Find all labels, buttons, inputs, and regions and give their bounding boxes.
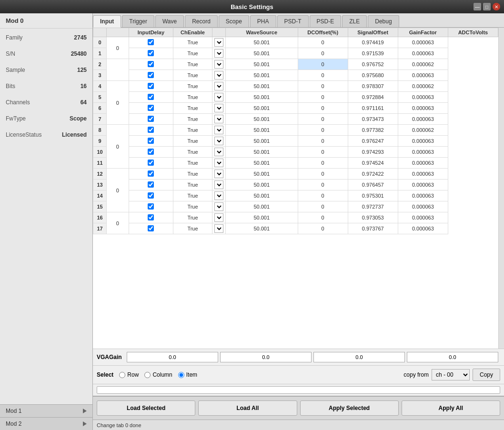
row-number: 12: [93, 169, 107, 180]
chenable-checkbox[interactable]: [148, 181, 154, 188]
chenable-checkbox[interactable]: [148, 72, 154, 78]
chenable-checkbox[interactable]: [148, 160, 154, 166]
adctovolts-cell: 0.000063: [398, 92, 448, 103]
load-all-button[interactable]: Load All: [198, 400, 297, 416]
wavesource-select[interactable]: ADC_DATA: [214, 170, 223, 178]
table-area: InputDelayChEnableWaveSourceDCOffset(%)S…: [93, 28, 504, 396]
chenable-checkbox[interactable]: [148, 192, 154, 199]
tab-record[interactable]: Record: [185, 15, 218, 27]
sidebar-mod1[interactable]: Mod 1: [0, 404, 92, 417]
wavesource-select[interactable]: ADC_DATA: [214, 148, 223, 156]
column-radio-label[interactable]: Column: [152, 371, 172, 378]
vgagain-input-0[interactable]: [127, 352, 218, 362]
chenable-value: True: [173, 37, 212, 48]
mod1-label: Mod 1: [6, 408, 21, 414]
apply-selected-button[interactable]: Apply Selected: [300, 400, 399, 416]
chenable-checkbox[interactable]: [148, 116, 154, 122]
sidebar-mod2[interactable]: Mod 2: [0, 417, 92, 430]
ch-select[interactable]: ch - 00 ch - 01 ch - 02 ch - 03: [432, 369, 470, 380]
wavesource-cell: ADC_DATA: [212, 158, 225, 169]
row-radio-label[interactable]: Row: [127, 371, 139, 378]
dcoffset-cell: 50.001: [225, 70, 298, 81]
tab-psd-e[interactable]: PSD-E: [310, 15, 342, 27]
wavesource-cell: ADC_DATA: [212, 136, 225, 147]
gainfactor-cell: 0.976752: [348, 59, 398, 70]
close-button[interactable]: ✕: [493, 3, 500, 10]
wavesource-select[interactable]: ADC_DATA: [214, 224, 223, 233]
wavesource-cell: ADC_DATA: [212, 59, 225, 70]
chenable-checkbox[interactable]: [148, 94, 154, 100]
chenable-checkbox[interactable]: [148, 127, 154, 133]
wavesource-select[interactable]: ADC_DATA: [214, 126, 223, 134]
copy-from-group: copy from ch - 00 ch - 01 ch - 02 ch - 0…: [403, 369, 500, 381]
chenable-checkbox[interactable]: [148, 61, 154, 67]
item-radio-group: Item: [178, 371, 197, 378]
adctovolts-cell: 0.000063: [398, 158, 448, 169]
tab-psd-t[interactable]: PSD-T: [277, 15, 309, 27]
load-selected-button[interactable]: Load Selected: [97, 400, 195, 416]
chenable-checkbox[interactable]: [148, 170, 154, 177]
table-row: 80TrueADC_DATA50.00100.9773820.000062: [93, 125, 498, 136]
chenable-value: True: [173, 169, 212, 180]
wavesource-select[interactable]: ADC_DATA: [214, 115, 223, 123]
table-row: 40TrueADC_DATA50.00100.9783070.000062: [93, 81, 498, 92]
wavesource-cell: ADC_DATA: [212, 81, 225, 92]
wavesource-select[interactable]: ADC_DATA: [214, 71, 223, 80]
tab-scope[interactable]: Scope: [219, 15, 249, 27]
tab-input[interactable]: Input: [93, 15, 121, 28]
wavesource-select[interactable]: ADC_DATA: [214, 60, 223, 69]
vgagain-input-1[interactable]: [220, 352, 312, 362]
chenable-checkbox[interactable]: [148, 149, 154, 155]
select-row: Select Row Column Item copy from: [93, 365, 504, 384]
chenable-checkbox[interactable]: [148, 50, 154, 56]
chenable-checkbox[interactable]: [148, 138, 154, 144]
wavesource-select[interactable]: ADC_DATA: [214, 213, 223, 222]
chenable-checkbox-cell: [129, 180, 173, 190]
wavesource-cell: ADC_DATA: [212, 180, 225, 190]
wavesource-select[interactable]: ADC_DATA: [214, 49, 223, 58]
wavesource-select[interactable]: ADC_DATA: [214, 137, 223, 145]
chenable-checkbox-cell: [129, 136, 173, 147]
minimize-button[interactable]: —: [474, 3, 481, 10]
wavesource-select[interactable]: ADC_DATA: [214, 180, 223, 189]
chenable-checkbox[interactable]: [148, 214, 154, 220]
tab-wave[interactable]: Wave: [155, 15, 184, 27]
info-value: 25480: [71, 50, 87, 57]
maximize-button[interactable]: □: [483, 3, 491, 10]
tab-trigger[interactable]: Trigger: [122, 15, 154, 27]
status-bar: Change tab 0 done: [93, 420, 504, 430]
apply-all-button[interactable]: Apply All: [402, 400, 500, 416]
vgagain-input-2[interactable]: [313, 352, 405, 362]
chenable-checkbox[interactable]: [148, 105, 154, 111]
adctovolts-cell: 0.000063: [398, 212, 448, 223]
signaloffset-cell: 0: [298, 37, 348, 48]
item-radio-label[interactable]: Item: [186, 371, 197, 378]
chenable-checkbox[interactable]: [148, 39, 154, 45]
input-delay-cell: 0: [107, 37, 129, 59]
progress-bar-row: [93, 384, 504, 396]
vgagain-input-3[interactable]: [407, 352, 498, 362]
chenable-checkbox[interactable]: [148, 225, 154, 231]
adctovolts-cell: 0.000062: [398, 81, 448, 92]
table-scroll[interactable]: InputDelayChEnableWaveSourceDCOffset(%)S…: [93, 28, 498, 349]
tab-pha[interactable]: PHA: [250, 15, 276, 27]
scrollbar[interactable]: [498, 28, 504, 349]
row-radio[interactable]: [119, 372, 125, 378]
signaloffset-cell: 0: [298, 59, 348, 70]
wavesource-select[interactable]: ADC_DATA: [214, 159, 223, 167]
column-radio[interactable]: [144, 372, 151, 378]
tab-debug[interactable]: Debug: [368, 15, 399, 27]
wavesource-select[interactable]: ADC_DATA: [214, 93, 223, 101]
wavesource-select[interactable]: ADC_DATA: [214, 191, 223, 200]
wavesource-select[interactable]: ADC_DATA: [214, 104, 223, 112]
item-radio[interactable]: [178, 372, 184, 378]
wavesource-select[interactable]: ADC_DATA: [214, 82, 223, 90]
wavesource-select[interactable]: ADC_DATA: [214, 202, 223, 211]
chenable-checkbox[interactable]: [148, 203, 154, 210]
wavesource-select[interactable]: ADC_DATA: [214, 38, 223, 47]
tab-zle[interactable]: ZLE: [342, 15, 367, 27]
chenable-checkbox[interactable]: [148, 83, 154, 89]
adctovolts-cell: 0.000063: [398, 70, 448, 81]
signaloffset-cell: 0: [298, 190, 348, 201]
copy-button[interactable]: Copy: [473, 369, 500, 381]
